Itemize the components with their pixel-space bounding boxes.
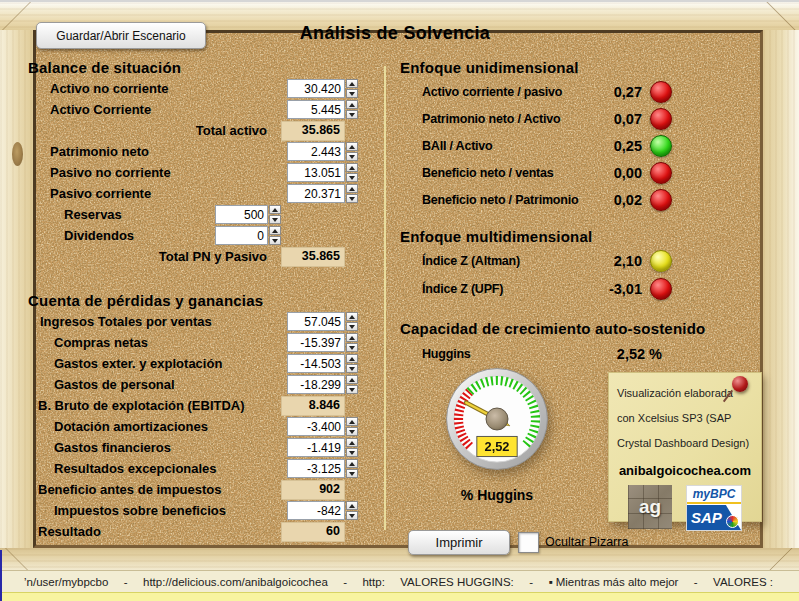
row-label: Pasivo corriente	[28, 186, 287, 201]
window-top-edge	[0, 0, 799, 2]
row-label: Gastos financieros	[28, 440, 287, 455]
spinner[interactable]	[346, 184, 358, 203]
numeric-input[interactable]: 30.420	[287, 79, 358, 98]
spinner-up-icon[interactable]	[346, 354, 358, 363]
numeric-input[interactable]: 2.443	[287, 142, 358, 161]
spinner-up-icon[interactable]	[269, 205, 281, 214]
spinner[interactable]	[346, 79, 358, 98]
ratio-value: 0,27	[582, 84, 642, 100]
spinner-up-icon[interactable]	[346, 79, 358, 88]
total-value: 35.865	[281, 247, 345, 267]
ticker-bar: ʼn/user/mybpcbo - http://delicious.com/a…	[0, 570, 799, 592]
spinner-down-icon[interactable]	[346, 448, 358, 457]
table-row: Gastos exter. y explotación -14.503	[28, 353, 358, 374]
spinner[interactable]	[346, 501, 358, 520]
table-row: Impuestos sobre beneficios -842	[28, 500, 358, 521]
spinner-down-icon[interactable]	[346, 152, 358, 161]
spinner[interactable]	[269, 226, 281, 245]
table-row: Dotación amortizaciones -3.400	[28, 416, 358, 437]
spinner-up-icon[interactable]	[346, 142, 358, 151]
status-led	[650, 278, 672, 300]
spinner-down-icon[interactable]	[346, 343, 358, 352]
spinner[interactable]	[346, 375, 358, 394]
spinner-down-icon[interactable]	[346, 427, 358, 436]
spinner-down-icon[interactable]	[346, 511, 358, 520]
spinner-down-icon[interactable]	[346, 89, 358, 98]
numeric-input[interactable]: -14.503	[287, 354, 358, 373]
numeric-input[interactable]: 5.445	[287, 100, 358, 119]
row-label: Total PN y Pasivo	[28, 249, 281, 264]
spinner-down-icon[interactable]	[346, 110, 358, 119]
spinner-down-icon[interactable]	[269, 215, 281, 224]
note-logos: ag myBPC SAP	[617, 485, 753, 531]
numeric-input[interactable]: 500	[215, 205, 281, 224]
save-open-scenario-button[interactable]: Guardar/Abrir Escenario	[36, 22, 206, 49]
hide-board-checkbox[interactable]	[518, 532, 539, 553]
table-row: Patrimonio neto 2.443	[28, 141, 358, 162]
spinner-up-icon[interactable]	[346, 100, 358, 109]
numeric-input[interactable]: -1.419	[287, 438, 358, 457]
table-row: Activo no corriente 30.420	[28, 78, 358, 99]
spinner[interactable]	[346, 100, 358, 119]
spinner-up-icon[interactable]	[346, 184, 358, 193]
print-button[interactable]: Imprimir	[408, 530, 510, 555]
spinner[interactable]	[346, 163, 358, 182]
spinner-down-icon[interactable]	[346, 364, 358, 373]
numeric-input[interactable]: -3.125	[287, 459, 358, 478]
numeric-input[interactable]: 13.051	[287, 163, 358, 182]
ratio-label: Beneficio neto / Patrimonio	[400, 193, 582, 207]
row-label: Patrimonio neto	[28, 144, 287, 159]
spinner-down-icon[interactable]	[346, 194, 358, 203]
spinner[interactable]	[269, 205, 281, 224]
spinner-down-icon[interactable]	[346, 173, 358, 182]
spinner[interactable]	[346, 459, 358, 478]
spinner[interactable]	[346, 312, 358, 331]
spinner-up-icon[interactable]	[346, 459, 358, 468]
numeric-input[interactable]: -842	[287, 501, 358, 520]
window-left-edge	[0, 550, 2, 601]
spinner-up-icon[interactable]	[346, 312, 358, 321]
spinner-down-icon[interactable]	[269, 236, 281, 245]
spinner-up-icon[interactable]	[346, 417, 358, 426]
spinner[interactable]	[346, 333, 358, 352]
ratio-label: BAII / Activo	[400, 139, 582, 153]
ratio-row: Beneficio neto / Patrimonio 0,02	[400, 186, 672, 213]
column-divider	[384, 66, 386, 530]
spinner[interactable]	[346, 438, 358, 457]
table-row-total: Beneficio antes de impuestos 902	[28, 479, 358, 500]
status-led	[650, 162, 672, 184]
ticker-item: ʼn/user/mybpcbo	[24, 576, 108, 588]
spinner-down-icon[interactable]	[346, 469, 358, 478]
numeric-input[interactable]: -15.397	[287, 333, 358, 352]
spinner-up-icon[interactable]	[346, 163, 358, 172]
huggins-label: Huggins	[400, 347, 542, 361]
table-row: Pasivo corriente 20.371	[28, 183, 358, 204]
numeric-input[interactable]: 57.045	[287, 312, 358, 331]
unidimensional-heading: Enfoque unidimensional	[400, 56, 745, 78]
spinner-up-icon[interactable]	[346, 501, 358, 510]
numeric-input[interactable]: -18.299	[287, 375, 358, 394]
row-label: Beneficio antes de impuestos	[28, 482, 281, 497]
numeric-input[interactable]: -3.400	[287, 417, 358, 436]
spinner-down-icon[interactable]	[346, 385, 358, 394]
hide-board-label: Ocultar Pizarra	[545, 532, 628, 553]
row-label: Dotación amortizaciones	[28, 419, 287, 434]
spinner-up-icon[interactable]	[269, 226, 281, 235]
ticker-item: VALORES HUGGINS:	[400, 576, 514, 588]
spinner-up-icon[interactable]	[346, 333, 358, 342]
gauge-knob	[486, 408, 508, 430]
spinner[interactable]	[346, 417, 358, 436]
ratio-label: Beneficio neto / ventas	[400, 166, 582, 180]
spinner-up-icon[interactable]	[346, 438, 358, 447]
huggins-gauge[interactable]: 2,52	[442, 364, 552, 474]
numeric-input[interactable]: 20.371	[287, 184, 358, 203]
spinner-down-icon[interactable]	[346, 322, 358, 331]
spinner-up-icon[interactable]	[346, 375, 358, 384]
spinner[interactable]	[346, 354, 358, 373]
numeric-input[interactable]: 0	[215, 226, 281, 245]
ratio-row: Activo corriente / pasivo 0,27	[400, 78, 672, 105]
multidimensional-heading: Enfoque multidimensional	[400, 225, 745, 247]
mybpc-sap-logo: myBPC SAP	[686, 485, 742, 531]
spinner[interactable]	[346, 142, 358, 161]
ticker-item: VALORES :	[713, 576, 773, 588]
